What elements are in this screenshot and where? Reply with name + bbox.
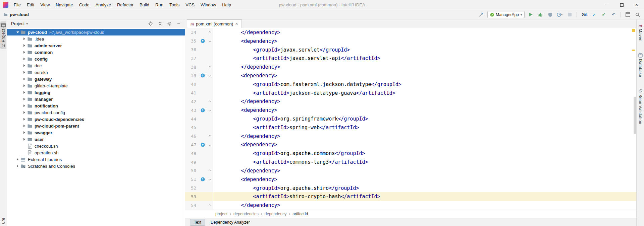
breadcrumb-item[interactable]: artifactId [292, 212, 308, 216]
menu-window[interactable]: Window [198, 0, 219, 10]
locate-icon[interactable] [148, 21, 153, 26]
expand-arrow-icon[interactable] [22, 131, 27, 134]
tree-item-common[interactable]: common [7, 49, 185, 56]
fold-marker-icon[interactable] [207, 63, 213, 71]
tree-item-config[interactable]: config [7, 56, 185, 62]
code-line[interactable]: 52<groupId>org.apache.shiro</groupId> [185, 184, 636, 193]
tree-item-pw-cloud-dependencies[interactable]: pw-cloud-dependencies [7, 116, 185, 123]
code-line[interactable]: 51<dependency> [185, 175, 636, 184]
tree-item-pw-cloud-pom-parent[interactable]: pw-cloud-pom-parent [7, 123, 185, 129]
tree-item-checkout-sh[interactable]: checkout.sh [7, 143, 185, 149]
expand-arrow-icon[interactable] [15, 158, 20, 161]
tool-button-maven[interactable]: mMaven [637, 21, 643, 43]
tree-item-external-libraries[interactable]: External Libraries [7, 156, 185, 163]
code-line[interactable]: 49<artifactId>commons-lang3</artifactId> [185, 158, 636, 166]
expand-arrow-icon[interactable] [22, 84, 27, 87]
menu-vcs[interactable]: VCS [182, 0, 198, 10]
tool-button-1-project[interactable]: 1: Project [0, 21, 6, 49]
debug-icon[interactable] [537, 11, 544, 18]
gear-icon[interactable] [167, 21, 172, 26]
code-line[interactable]: 45<artifactId>spring-web</artifactId> [185, 123, 636, 132]
editor-scrollbar[interactable] [634, 97, 636, 134]
code-line[interactable]: 40<groupId>com.fasterxml.jackson.datatyp… [185, 80, 636, 89]
expand-arrow-icon[interactable] [22, 118, 27, 121]
code-line[interactable]: 42</dependency> [185, 97, 636, 106]
tree-item-gitlab-ci-template[interactable]: gitlab-ci-template [7, 82, 185, 89]
menu-refactor[interactable]: Refactor [114, 0, 137, 10]
navigation-breadcrumb[interactable]: pw-cloud [10, 12, 29, 17]
expand-arrow-icon[interactable] [15, 165, 20, 167]
menu-help[interactable]: Help [219, 0, 234, 10]
profiler-icon[interactable] [556, 11, 564, 18]
tree-item-notification[interactable]: notification [7, 102, 185, 109]
menu-code[interactable]: Code [76, 0, 93, 10]
expand-arrow-icon[interactable] [22, 37, 27, 40]
expand-arrow-icon[interactable] [22, 104, 27, 107]
maximize-button[interactable] [614, 0, 629, 10]
code-line[interactable]: 53<artifactId>shiro-crypto-hash</artifac… [185, 192, 636, 201]
dependency-gutter-icon[interactable] [199, 37, 207, 46]
code-line[interactable]: 50</dependency> [185, 166, 636, 175]
dependency-gutter-icon[interactable] [199, 141, 207, 149]
collapse-all-icon[interactable] [157, 21, 163, 26]
expand-arrow-icon[interactable] [22, 111, 27, 114]
warning-stripe-mark[interactable] [632, 50, 635, 51]
inspection-indicator[interactable] [632, 29, 635, 32]
update-project-icon[interactable]: ↙ [590, 11, 598, 18]
dependency-gutter-icon[interactable] [199, 106, 207, 115]
fold-marker-icon[interactable] [207, 132, 213, 141]
code-line[interactable]: 47<dependency> [185, 141, 636, 149]
code-line[interactable]: 41<artifactId>jackson-datatype-guava</ar… [185, 89, 636, 97]
hide-icon[interactable] [176, 21, 181, 26]
tree-item-operation-sh[interactable]: operation.sh [7, 149, 185, 156]
expand-arrow-icon[interactable] [22, 51, 27, 54]
search-icon[interactable] [634, 11, 641, 18]
coverage-icon[interactable] [546, 11, 554, 18]
fold-marker-icon[interactable] [207, 106, 213, 115]
menu-analyze[interactable]: Analyze [93, 0, 114, 10]
code-line[interactable]: 44<groupId>org.springframework</groupId> [185, 115, 636, 123]
close-tab-icon[interactable]: × [235, 21, 238, 26]
tree-item-pw-cloud-config[interactable]: pw-cloud-config [7, 109, 185, 116]
tree-item-admin-server[interactable]: admin-server [7, 42, 185, 49]
menu-tools[interactable]: Tools [166, 0, 182, 10]
commit-icon[interactable]: ✔ [600, 11, 607, 18]
fold-marker-icon[interactable] [207, 141, 213, 149]
fold-marker-icon[interactable] [207, 28, 213, 37]
expand-arrow-icon[interactable] [22, 98, 27, 100]
dependency-gutter-icon[interactable] [199, 71, 207, 80]
tree-item-eureka[interactable]: eureka [7, 69, 185, 76]
code-line[interactable]: 48<groupId>org.apache.commons</groupId> [185, 149, 636, 158]
tree-item-swagger[interactable]: swagger [7, 129, 185, 136]
code-line[interactable]: 54</dependency> [185, 201, 636, 210]
menu-build[interactable]: Build [137, 0, 152, 10]
tool-button-ure[interactable]: ure [0, 216, 6, 226]
expand-arrow-icon[interactable] [22, 78, 27, 80]
tree-item-pw-cloud[interactable]: pw-cloudF:\java_workspace\pw-cloud [7, 29, 185, 35]
minimize-button[interactable] [600, 0, 614, 10]
code-line[interactable]: 46</dependency> [185, 132, 636, 141]
menu-file[interactable]: File [11, 0, 24, 10]
tool-button-bean-validation[interactable]: Bean Validation [637, 87, 643, 126]
code-line[interactable]: 38</dependency> [185, 63, 636, 71]
window-layout-icon[interactable] [624, 11, 632, 18]
bottom-tab-text[interactable]: Text [190, 219, 205, 226]
tool-button-database[interactable]: Database [637, 51, 643, 79]
expand-arrow-icon[interactable] [22, 125, 27, 127]
tree-item-logging[interactable]: logging [7, 89, 185, 96]
fold-marker-icon[interactable] [207, 175, 213, 184]
editor-tab-pom-xml[interactable]: m pom.xml (common) × [187, 19, 242, 28]
breadcrumb-item[interactable]: project [215, 212, 227, 216]
close-button[interactable]: × [629, 0, 644, 10]
code-line[interactable]: 39<dependency> [185, 71, 636, 80]
menu-edit[interactable]: Edit [24, 0, 37, 10]
tree-item-user[interactable]: user [7, 136, 185, 143]
expand-arrow-icon[interactable] [22, 58, 27, 60]
expand-arrow-icon[interactable] [22, 71, 27, 74]
breadcrumb-item[interactable]: dependency [265, 212, 286, 216]
expand-arrow-icon[interactable] [22, 44, 27, 47]
fold-marker-icon[interactable] [207, 201, 213, 210]
editor-body[interactable]: 34</dependency>35<dependency>36<groupId>… [185, 28, 636, 210]
fold-marker-icon[interactable] [207, 166, 213, 175]
code-line[interactable]: 35<dependency> [185, 37, 636, 46]
